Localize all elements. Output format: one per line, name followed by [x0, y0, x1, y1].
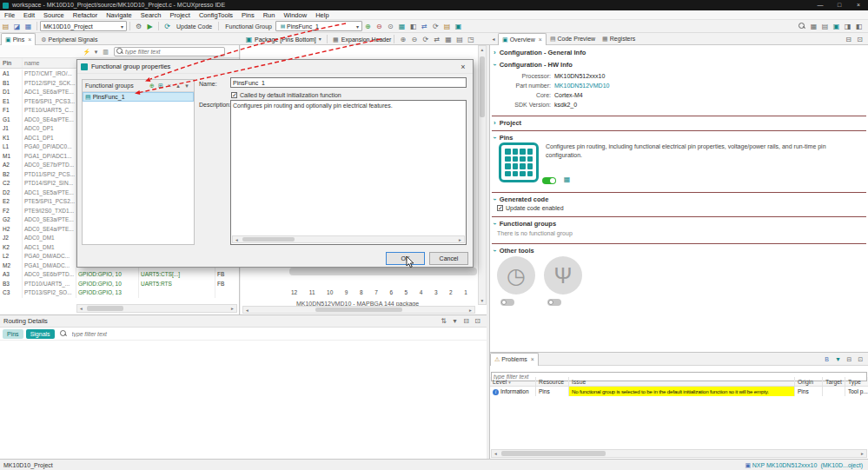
functional-group-select[interactable]: ▤ PinsFunc_1 ▾ [275, 21, 362, 31]
package-labels-button[interactable]: ▤ [454, 34, 465, 45]
save-button[interactable]: ◪ [11, 21, 23, 32]
menu-item[interactable]: ConfigTools [195, 10, 237, 20]
clone-group-button[interactable]: ⊞ [156, 80, 165, 92]
run-button[interactable]: ▶ [144, 21, 156, 32]
section-functional-groups[interactable]: › Functional groups [494, 219, 556, 228]
swap-pins-button[interactable]: ⇄ [419, 21, 430, 32]
name-input[interactable] [230, 77, 467, 88]
dialog-title-bar[interactable]: Functional group properties × [77, 60, 473, 74]
section-other-tools[interactable]: › Other tools [494, 246, 534, 255]
column-header-pin[interactable]: Pin [0, 58, 23, 68]
package-vertical-scrollbar[interactable]: ▴ ▾ [478, 45, 487, 305]
save-all-button[interactable]: ▦ [23, 21, 34, 32]
update-code-button[interactable]: Update Code [173, 23, 215, 30]
menu-item[interactable]: Pins [237, 10, 259, 20]
build-button[interactable]: ⚙ [133, 21, 144, 32]
column-filter-toggle[interactable]: ▥ [101, 46, 110, 57]
menu-item[interactable]: Run [259, 10, 280, 20]
peripherals-tool-toggle[interactable] [547, 299, 561, 306]
zoom-in-button[interactable]: ⊕ [397, 34, 408, 45]
scroll-right-icon[interactable]: ▸ [467, 307, 474, 314]
pins-enabled-toggle[interactable] [542, 177, 556, 184]
clocks-tool-toggle[interactable] [500, 299, 514, 306]
column-header-resource[interactable]: Resource [536, 377, 569, 386]
menu-item[interactable]: Navigate [102, 10, 136, 20]
split-view-button[interactable]: ◧ [407, 21, 419, 32]
restore-stack-icon[interactable]: ◂ [489, 34, 498, 45]
tab-registers[interactable]: ▦ Registers [599, 33, 639, 45]
maximize-view-button[interactable]: ⊡ [472, 315, 483, 327]
view-menu-button[interactable]: ▾ [449, 315, 461, 327]
export-package-button[interactable]: ◳ [465, 34, 476, 45]
device-link[interactable]: NXP MK10DN512xxx10 [752, 462, 818, 468]
menu-item[interactable]: Refactor [69, 10, 102, 20]
chevron-down-icon[interactable]: › [490, 63, 500, 66]
move-down-button[interactable]: ▾ [182, 80, 191, 92]
project-select[interactable]: MK10D10_Project ▾ [40, 21, 127, 31]
package-horizontal-scrollbar[interactable]: ◂ ▸ [242, 306, 475, 314]
maximize-view-button[interactable]: ⊡ [855, 354, 866, 365]
new-button[interactable]: ▤ [0, 21, 11, 32]
remove-pin-button[interactable]: ⊖ [374, 21, 385, 32]
search-icon[interactable] [798, 23, 805, 30]
menu-item[interactable]: Search [136, 10, 166, 20]
move-up-button[interactable]: ▴ [174, 80, 182, 92]
package-select[interactable]: Package [Pins Bottom] [255, 36, 316, 43]
functional-group-item[interactable]: ▤ PinsFunc_1 [83, 92, 194, 102]
rotate-package-button[interactable]: ⟳ [420, 34, 431, 45]
close-icon[interactable]: × [531, 354, 534, 366]
pins-filter-input[interactable] [125, 49, 222, 55]
scroll-right-icon[interactable]: ▸ [229, 305, 236, 312]
scroll-left-icon[interactable]: ◂ [243, 307, 251, 314]
default-init-checkbox[interactable]: ✓ Called by default initialization funct… [231, 92, 341, 98]
pin-row[interactable]: C3 PTD13/SPI2_SO... GPIOD:GPIO, 13 [0, 288, 239, 298]
add-group-button[interactable]: ⊕ [148, 80, 156, 92]
chevron-right-icon[interactable]: › [494, 118, 496, 128]
filter-problems-button[interactable]: ▼ [832, 354, 844, 365]
column-header-name[interactable]: name [23, 58, 76, 68]
close-icon[interactable]: × [457, 63, 469, 71]
update-code-enabled-checkbox[interactable]: ✓ Update code enabled [497, 205, 564, 211]
minimize-view-button[interactable]: ⊟ [844, 354, 855, 365]
tab-pins-view[interactable]: ▣ Pins × [1, 33, 36, 45]
layout-button[interactable]: ▤ [819, 21, 831, 32]
chevron-down-icon[interactable]: › [490, 136, 500, 139]
routing-filter-input[interactable] [72, 331, 176, 337]
perspective-pins-button[interactable]: ▣ [831, 21, 842, 32]
menu-item[interactable]: File [0, 10, 19, 20]
list-view-button[interactable]: ▤ [441, 21, 453, 32]
column-header-target[interactable]: Target [823, 377, 845, 386]
link-editor-button[interactable]: ⇅ [438, 315, 449, 327]
close-icon[interactable]: × [539, 34, 542, 46]
package-layers-button[interactable]: ▦ [442, 34, 454, 45]
maximize-window-button[interactable]: □ [830, 0, 849, 10]
refresh-button[interactable]: ⟳ [430, 21, 441, 32]
column-header-level[interactable]: Level ▾ [490, 377, 536, 386]
peripherals-tool-icon[interactable]: Ψ [544, 256, 582, 295]
cancel-button[interactable]: Cancel [429, 252, 468, 265]
section-project[interactable]: › Project [494, 118, 521, 128]
section-generated-code[interactable]: › Generated code [494, 195, 548, 204]
flip-package-button[interactable]: ⇄ [431, 34, 442, 45]
chevron-down-icon[interactable]: › [490, 222, 500, 225]
flash-filter-toggle[interactable]: ⚡ [82, 46, 91, 57]
grid-view-button[interactable]: ▣ [453, 21, 464, 32]
menu-item[interactable]: Edit [19, 10, 39, 20]
scroll-right-icon[interactable]: ▸ [858, 450, 866, 457]
scroll-left-icon[interactable]: ◂ [233, 236, 241, 243]
add-pin-button[interactable]: ⊕ [362, 21, 374, 32]
maximize-view-button[interactable]: ⊡ [854, 34, 865, 45]
scroll-left-icon[interactable]: ◂ [492, 450, 500, 457]
menu-item[interactable]: Project [166, 10, 195, 20]
close-window-button[interactable]: × [849, 0, 868, 10]
tab-problems[interactable]: ⚠ Problems × [490, 353, 539, 366]
expansion-header-button[interactable]: Expansion Header [341, 36, 392, 43]
minimize-window-button[interactable]: — [811, 0, 830, 10]
tab-code-preview[interactable]: ▤ Code Preview [547, 33, 599, 45]
menu-item[interactable]: Window [279, 10, 311, 20]
pin-table-button[interactable]: ▦ [396, 21, 407, 32]
routing-pins-tab[interactable]: Pins [3, 329, 23, 339]
routing-signals-tab[interactable]: Signals [26, 329, 55, 339]
menu-item[interactable]: Source [39, 10, 69, 20]
tab-peripheral-signals[interactable]: ⚙ Peripheral Signals [37, 34, 101, 46]
